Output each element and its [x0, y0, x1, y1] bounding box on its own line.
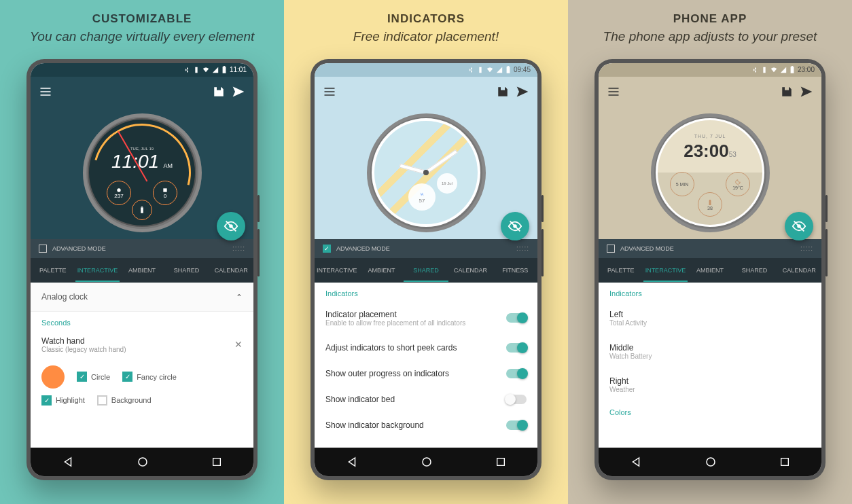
nav-recent-icon[interactable] — [211, 456, 222, 467]
phone-power-button — [258, 195, 260, 222]
svg-point-2 — [117, 188, 120, 192]
setting-indicator-background[interactable]: Show indicator background — [315, 412, 537, 438]
switch-toggle[interactable] — [506, 420, 527, 430]
switch-toggle[interactable] — [506, 343, 527, 353]
close-icon[interactable]: ✕ — [234, 339, 243, 350]
setting-left-indicator[interactable]: LeftTotal Activity — [599, 302, 821, 335]
svg-point-18 — [797, 224, 801, 228]
svg-rect-5 — [141, 206, 143, 207]
bubble-date: 19 Jul — [442, 181, 452, 185]
tab-interactive[interactable]: INTERACTIVE — [315, 259, 359, 282]
watch-hand-setting[interactable]: Watch hand Classic (legacy watch hand) ✕ — [31, 331, 253, 359]
expander-label: Analog clock — [41, 292, 88, 302]
nav-back-icon[interactable] — [346, 456, 358, 468]
menu-icon[interactable] — [607, 85, 620, 98]
nav-home-icon[interactable] — [421, 456, 433, 468]
watch-face: 57 19 Jul — [372, 118, 480, 227]
nav-recent-icon[interactable] — [495, 456, 506, 467]
checkbox-fancy-circle[interactable]: Fancy circle — [122, 372, 177, 382]
wifi-icon — [770, 67, 777, 73]
watch-indicator-right-value: 0 — [164, 193, 166, 199]
status-time: 23:00 — [798, 66, 815, 73]
svg-point-19 — [707, 458, 715, 466]
color-swatch[interactable] — [41, 365, 65, 389]
drag-handle-icon[interactable]: ::::: — [232, 245, 245, 252]
vibrate-icon — [477, 67, 484, 73]
visibility-fab[interactable] — [785, 212, 813, 240]
nav-recent-icon[interactable] — [779, 456, 790, 467]
battery-icon — [708, 199, 712, 206]
setting-outer-progress[interactable]: Show outer progress on indicators — [315, 361, 537, 386]
tab-interactive[interactable]: INTERACTIVE — [643, 259, 688, 282]
bluetooth-icon — [183, 67, 190, 73]
setting-subtitle: Classic (legacy watch hand) — [41, 346, 126, 353]
watch-indicator-date[interactable]: 19 Jul — [437, 173, 457, 194]
setting-title: Watch hand — [41, 336, 126, 346]
watch-indicator-bubble[interactable]: 57 — [408, 183, 436, 211]
nav-home-icon[interactable] — [705, 456, 717, 468]
save-icon[interactable] — [497, 86, 509, 98]
tab-interactive[interactable]: INTERACTIVE — [75, 259, 120, 282]
tab-palette[interactable]: PALETTE — [31, 259, 75, 282]
wifi-icon — [202, 67, 209, 73]
checkbox-background[interactable]: Background — [97, 395, 152, 406]
tab-ambient[interactable]: AMBIENT — [120, 259, 164, 282]
switch-toggle[interactable] — [506, 313, 527, 323]
switch-toggle[interactable] — [506, 395, 527, 404]
advanced-mode-checkbox[interactable] — [39, 245, 47, 253]
advanced-mode-label: ADVANCED MODE — [620, 245, 674, 252]
tab-shared[interactable]: SHARED — [164, 259, 209, 282]
checkbox-highlight[interactable]: Highlight — [41, 395, 85, 406]
svg-point-11 — [513, 224, 517, 228]
tab-calendar[interactable]: CALENDAR — [209, 259, 253, 282]
setting-indicator-placement[interactable]: Indicator placementEnable to allow free … — [315, 302, 537, 335]
menu-icon[interactable] — [323, 85, 336, 98]
tab-calendar[interactable]: CALENDAR — [448, 259, 493, 282]
nav-back-icon[interactable] — [630, 456, 642, 468]
drag-handle-icon[interactable]: ::::: — [800, 245, 813, 252]
panel-subtitle: Free indicator placement! — [353, 29, 499, 46]
setting-right-indicator[interactable]: RightWeather — [599, 368, 821, 401]
nav-home-icon[interactable] — [137, 456, 149, 468]
setting-indicator-bed[interactable]: Show indicator bed — [315, 386, 537, 412]
tab-calendar[interactable]: CALENDAR — [777, 259, 821, 282]
android-nav-bar — [599, 448, 821, 476]
switch-toggle[interactable] — [506, 369, 527, 378]
tab-ambient[interactable]: AMBIENT — [688, 259, 732, 282]
tab-fitness[interactable]: FITNESS — [493, 259, 537, 282]
save-icon[interactable] — [213, 86, 225, 98]
watch-body: THU, 7 JUL 23:0053 5 MIN 19°C 38 — [651, 113, 770, 232]
advanced-mode-checkbox[interactable] — [607, 245, 615, 253]
svg-rect-14 — [791, 67, 794, 73]
setting-adjust-peek[interactable]: Adjust indicators to short peek cards — [315, 335, 537, 361]
section-label-colors: Colors — [599, 401, 821, 420]
svg-rect-13 — [497, 458, 505, 465]
send-icon[interactable] — [516, 85, 529, 98]
checkbox-circle[interactable]: Circle — [77, 372, 110, 382]
save-icon[interactable] — [781, 86, 793, 98]
send-icon[interactable] — [800, 85, 813, 98]
tab-shared[interactable]: SHARED — [732, 259, 777, 282]
visibility-fab[interactable] — [501, 212, 529, 240]
send-icon[interactable] — [232, 85, 245, 98]
advanced-mode-checkbox[interactable] — [323, 245, 331, 253]
svg-rect-16 — [709, 200, 711, 205]
status-bar: 09:45 — [315, 63, 537, 77]
visibility-fab[interactable] — [217, 212, 245, 240]
analog-clock-expander[interactable]: Analog clock ⌄ — [31, 283, 253, 312]
bubble-value: 57 — [419, 198, 425, 204]
setting-middle-indicator[interactable]: MiddleWatch Battery — [599, 335, 821, 368]
panel-title: INDICATORS — [387, 12, 465, 26]
watch-body: 57 19 Jul — [367, 113, 486, 232]
phone-power-button — [826, 195, 828, 222]
menu-icon[interactable] — [39, 85, 52, 98]
phone-screen: 09:45 57 — [315, 63, 537, 476]
tab-ambient[interactable]: AMBIENT — [359, 259, 404, 282]
watch-indicator-bottom — [132, 200, 152, 220]
watch-face: THU, 7 JUL 23:0053 5 MIN 19°C 38 — [656, 118, 764, 227]
svg-rect-15 — [792, 66, 793, 67]
drag-handle-icon[interactable]: ::::: — [516, 245, 529, 252]
tab-palette[interactable]: PALETTE — [599, 259, 643, 282]
tab-shared[interactable]: SHARED — [404, 259, 448, 282]
nav-back-icon[interactable] — [62, 456, 74, 468]
